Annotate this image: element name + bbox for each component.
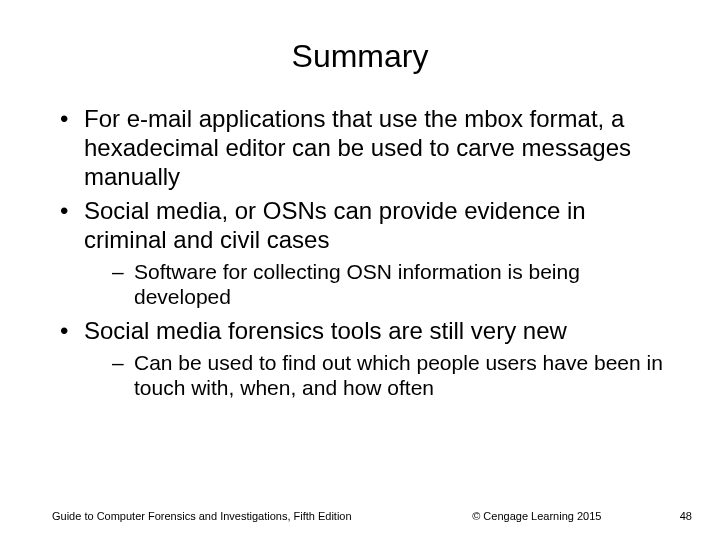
slide: Summary For e-mail applications that use… [0,0,720,540]
slide-title: Summary [0,0,720,105]
bullet-item: Social media forensics tools are still v… [58,317,672,400]
slide-footer: Guide to Computer Forensics and Investig… [0,510,720,522]
bullet-text: For e-mail applications that use the mbo… [84,105,631,190]
sub-bullet-item: Can be used to find out which people use… [112,350,672,400]
bullet-list: For e-mail applications that use the mbo… [58,105,672,401]
footer-book-title: Guide to Computer Forensics and Investig… [52,510,352,522]
bullet-item: Social media, or OSNs can provide eviden… [58,197,672,309]
bullet-text: Social media forensics tools are still v… [84,317,567,344]
footer-copyright: © Cengage Learning 2015 [352,510,662,522]
slide-content: For e-mail applications that use the mbo… [0,105,720,401]
bullet-item: For e-mail applications that use the mbo… [58,105,672,191]
bullet-text: Social media, or OSNs can provide eviden… [84,197,586,253]
sub-bullet-list: Can be used to find out which people use… [84,350,672,400]
sub-bullet-text: Software for collecting OSN information … [134,260,580,308]
sub-bullet-list: Software for collecting OSN information … [84,259,672,309]
sub-bullet-item: Software for collecting OSN information … [112,259,672,309]
sub-bullet-text: Can be used to find out which people use… [134,351,663,399]
footer-page-number: 48 [662,510,692,522]
